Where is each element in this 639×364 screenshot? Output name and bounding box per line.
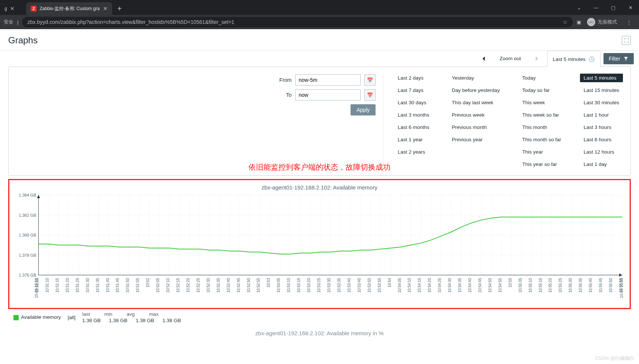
preset-range[interactable]: Last 5 minutes — [580, 74, 623, 82]
chevron-down-icon[interactable]: ⌄ — [570, 0, 587, 15]
svg-text:10:52:30: 10:52:30 — [206, 278, 210, 293]
incognito-indicator[interactable]: 👓 无痕模式 — [585, 18, 619, 26]
window-minimize-button[interactable]: — — [587, 0, 605, 15]
incognito-label: 无痕模式 — [598, 19, 617, 25]
window-maximize-button[interactable]: ▢ — [605, 0, 622, 15]
svg-text:10:54:55: 10:54:55 — [498, 278, 502, 293]
svg-text:10:52:55: 10:52:55 — [256, 278, 260, 293]
extensions-icon[interactable]: ▣ — [577, 19, 581, 25]
browser-tab-active[interactable]: Z Zabbix-监控-备用: Custom gra ✕ — [26, 2, 112, 15]
preset-range[interactable]: Previous month — [448, 123, 503, 132]
svg-text:10:51:10: 10:51:10 — [45, 278, 49, 293]
to-input[interactable] — [295, 89, 361, 101]
preset-range[interactable]: Last 3 months — [394, 111, 433, 119]
time-range-label: Last 5 minutes — [553, 56, 586, 62]
funnel-icon — [623, 56, 629, 61]
svg-text:10:54:35: 10:54:35 — [458, 278, 462, 293]
preset-range[interactable]: Last 1 year — [394, 135, 433, 144]
calendar-icon[interactable]: 📅 — [364, 89, 376, 101]
preset-range[interactable]: Day before yesterday — [448, 86, 503, 95]
preset-range[interactable]: Yesterday — [448, 74, 503, 82]
svg-text:10:53:50: 10:53:50 — [367, 278, 371, 293]
from-input[interactable] — [295, 74, 361, 86]
svg-text:10:51:30: 10:51:30 — [86, 278, 90, 293]
new-tab-button[interactable]: + — [112, 2, 127, 15]
next-range-button[interactable] — [529, 50, 544, 67]
svg-text:1.378 GB: 1.378 GB — [19, 253, 36, 257]
svg-text:10:55:15: 10:55:15 — [538, 278, 543, 293]
svg-text:10:53:45: 10:53:45 — [357, 278, 361, 293]
svg-text:10:51:50: 10:51:50 — [126, 278, 130, 293]
svg-text:10:53:05: 10:53:05 — [277, 278, 281, 293]
zoom-out-button[interactable]: Zoom out — [494, 50, 526, 67]
preset-range[interactable]: Last 2 days — [394, 74, 433, 82]
fullscreen-button[interactable]: ⛶ — [622, 36, 631, 45]
preset-range[interactable]: Last 12 hours — [580, 148, 623, 156]
window-close-button[interactable]: ✕ — [622, 0, 639, 15]
svg-text:10:54:45: 10:54:45 — [478, 278, 482, 293]
preset-range[interactable]: Last 6 months — [394, 123, 433, 132]
svg-text:10:52:25: 10:52:25 — [196, 278, 200, 293]
filter-label: Filter — [609, 56, 620, 62]
memory-chart: 1.376 GB1.378 GB1.380 GB1.382 GB1.384 GB… — [13, 192, 626, 304]
browser-tab-inactive[interactable]: g ✕ — [0, 2, 26, 15]
time-range-tab[interactable]: Last 5 minutes 🕓 — [547, 51, 601, 67]
preset-range[interactable]: Last 6 hours — [580, 135, 623, 144]
preset-range[interactable]: Last 30 minutes — [580, 98, 623, 107]
preset-range[interactable]: This month — [518, 123, 565, 132]
preset-range[interactable]: Last 1 hour — [580, 111, 623, 119]
svg-text:10:54:05: 10:54:05 — [398, 278, 402, 293]
svg-text:10:52: 10:52 — [146, 278, 150, 287]
preset-range[interactable]: Last 1 day — [580, 160, 623, 169]
svg-text:1.380 GB: 1.380 GB — [19, 233, 36, 237]
chart-highlighted: zbx-agent01-192.168.2.102: Available mem… — [8, 179, 631, 309]
legend-scope: [all] — [68, 315, 75, 320]
legend-headers: lastminavgmax — [82, 311, 181, 317]
svg-text:10:53:35: 10:53:35 — [337, 278, 341, 293]
svg-text:10:54: 10:54 — [388, 278, 392, 287]
close-tab-icon[interactable]: ✕ — [10, 6, 15, 12]
prev-range-button[interactable] — [476, 50, 491, 67]
svg-text:10:55:05: 10:55:05 — [518, 278, 522, 293]
preset-range[interactable]: Today so far — [518, 86, 565, 95]
preset-range[interactable]: Today — [518, 74, 565, 82]
filter-button[interactable]: Filter — [604, 53, 634, 64]
preset-range[interactable]: This day last week — [448, 98, 503, 107]
security-info[interactable]: 安全 — [4, 19, 13, 25]
preset-range[interactable]: This week so far — [518, 111, 565, 119]
zabbix-favicon: Z — [31, 6, 37, 12]
svg-text:10:53:20: 10:53:20 — [307, 278, 311, 293]
apply-button[interactable]: Apply — [351, 104, 376, 115]
preset-range[interactable]: This year — [518, 148, 565, 156]
svg-text:10:55:25: 10:55:25 — [558, 278, 562, 293]
preset-range[interactable]: Last 2 years — [394, 148, 433, 156]
legend-values: 1.38 GB1.38 GB1.38 GB1.38 GB — [82, 318, 181, 323]
from-label: From — [280, 77, 292, 83]
close-tab-icon[interactable]: ✕ — [103, 6, 108, 12]
svg-text:10:52:40: 10:52:40 — [226, 278, 231, 293]
preset-range[interactable]: Last 7 days — [394, 86, 433, 95]
preset-range[interactable]: Last 3 hours — [580, 123, 623, 132]
svg-text:10:55:50: 10:55:50 — [609, 278, 613, 293]
preset-range[interactable]: Previous year — [448, 135, 503, 144]
preset-range[interactable]: This year so far — [518, 160, 565, 169]
url-field[interactable]: zbx.byyd.com/zabbix.php?action=charts.vi… — [22, 17, 573, 27]
clock-icon: 🕓 — [589, 56, 595, 62]
svg-text:10:53:40: 10:53:40 — [347, 278, 351, 293]
bookmark-star-icon[interactable]: ☆ — [563, 19, 568, 25]
preset-range[interactable]: Last 15 minutes — [580, 86, 623, 95]
menu-icon[interactable]: ⋮ — [623, 19, 635, 25]
chart-legend: Available memory [all] lastminavgmax 1.3… — [13, 311, 631, 323]
svg-text:1.382 GB: 1.382 GB — [19, 213, 36, 218]
preset-range[interactable]: Last 30 days — [394, 98, 433, 107]
preset-range[interactable]: This week — [518, 98, 565, 107]
preset-range[interactable]: This month so far — [518, 135, 565, 144]
svg-text:1.376 GB: 1.376 GB — [19, 273, 36, 277]
calendar-icon[interactable]: 📅 — [364, 74, 376, 86]
preset-range[interactable]: Previous week — [448, 111, 503, 119]
chart-title: zbx-agent01-192.168.2.102: Available mem… — [13, 184, 626, 191]
svg-text:10:51:25: 10:51:25 — [75, 278, 80, 293]
svg-text:10:52:10: 10:52:10 — [166, 278, 170, 293]
legend-swatch — [13, 315, 19, 320]
filter-panel: From 📅 To 📅 Apply Last 2 daysLast 7 days… — [8, 67, 631, 176]
